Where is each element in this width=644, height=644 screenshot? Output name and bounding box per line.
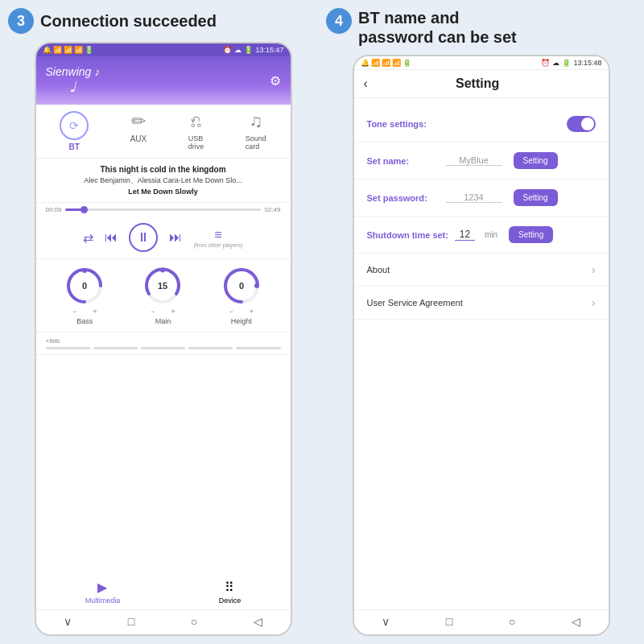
usb-icon: ⎌ [191,111,201,132]
right-phone-frame: 🔔 📶 📶 📶 🔋 ⏰ ☁ 🔋 13:15:48 ‹ Setting [353,55,610,636]
eq-height-label: Height [231,317,252,325]
toggle-thumb [581,118,594,130]
vol-db-label: +8db [46,337,281,345]
svg-text:0: 0 [239,281,244,291]
next-button[interactable]: ⏭ [169,230,182,245]
setting-row-user-service[interactable]: User Service Agreement › [354,287,609,320]
user-service-label: User Service Agreement [367,298,463,308]
eq-section: 0 − + Bass [36,259,291,332]
about-label: About [367,265,390,275]
setting-content: Tone settings: Set name: Setting Set pas… [354,98,609,609]
name-label: Set name: [367,156,440,166]
right-step-title: BT name andpassword can be set [358,8,517,47]
from-other-label: (from other players) [193,242,242,248]
shutdown-setting-button[interactable]: Setting [509,226,553,243]
right-panel: 4 BT name andpassword can be set 🔔 📶 📶 📶… [326,8,636,636]
left-panel: 3 Connection succeeded 🔔 📶 📶 📶 🔋 ⏰ ☁ 🔋 [8,8,318,636]
password-setting-button[interactable]: Setting [514,189,558,206]
bass-plus[interactable]: + [93,308,97,316]
shutdown-time-input[interactable] [455,229,475,241]
eq-height-knob[interactable]: 0 [221,266,262,306]
tab-soundcard[interactable]: ♫ Soundcard [246,111,266,151]
tab-aux-label: AUX [130,134,147,143]
user-service-arrow-icon: › [592,296,596,309]
play-pause-button[interactable]: ⏸ [129,223,158,252]
password-input[interactable] [446,192,502,203]
progress-bar[interactable] [65,208,262,211]
shuffle-button[interactable]: ⇄ [83,230,93,246]
vol-slider-4[interactable] [188,347,233,349]
nav-circle-left[interactable]: ○ [191,615,197,628]
device-icon: ⠿ [225,580,234,595]
name-setting-button[interactable]: Setting [514,152,558,169]
setting-row-name: Set name: Setting [354,142,609,180]
setting-row-about[interactable]: About › [354,254,609,287]
svg-point-4 [160,268,165,273]
connection-tabs: ⟳ BT ✏ AUX ⎌ USBdrive ♫ Soundcard [36,105,291,159]
progress-bar-container: 00:09 02:49 [46,206,281,213]
nav-recent-right[interactable]: ◁ [572,615,580,628]
song-artist: Alec Benjamin、Alessia Cara-Let Me Down S… [46,175,281,186]
vol-slider-2[interactable] [93,347,138,349]
eq-main-container: 15 − + Main [142,266,183,325]
prev-button[interactable]: ⏮ [105,230,118,245]
tone-toggle[interactable] [567,116,596,132]
progress-area: 00:09 02:49 [36,203,291,217]
eq-main-label: Main [155,317,171,325]
tab-usb[interactable]: ⎌ USBdrive [188,111,204,151]
nav-device[interactable]: ⠿ Device [219,580,242,605]
nav-back-left[interactable]: ∨ [64,615,72,628]
setting-row-shutdown: Shutdown time set: min Setting [354,217,609,254]
left-step-title: Connection succeeded [40,12,217,31]
bass-minus[interactable]: − [72,308,76,316]
height-minus[interactable]: − [229,308,233,316]
nav-multimedia[interactable]: ▶ Multimedia [85,580,121,605]
step-4-circle: 4 [326,8,352,34]
height-plus[interactable]: + [250,308,254,316]
nav-back-right[interactable]: ∨ [382,615,390,628]
nav-recent-left[interactable]: ◁ [254,615,262,628]
main-plus[interactable]: + [171,308,175,316]
eq-bass-knob[interactable]: 0 [64,266,105,306]
setting-page-title: Setting [376,76,580,91]
vol-section: +8db [36,332,291,355]
vol-slider-1[interactable] [46,347,90,349]
right-step-header: 4 BT name andpassword can be set [326,8,636,47]
progress-fill [65,208,85,211]
song-info: This night is cold in the kingdom Alec B… [36,159,291,203]
right-phone-nav-bar: ∨ □ ○ ◁ [354,609,609,634]
bt-circle-icon: ⟳ [60,111,89,140]
time-current: 00:09 [46,206,62,213]
time-total: 02:49 [264,206,280,213]
settings-gear-icon[interactable]: ⚙ [270,73,281,89]
left-phone-nav-bar: ∨ □ ○ ◁ [36,609,291,634]
nav-square-right[interactable]: □ [446,615,452,628]
eq-main-knob[interactable]: 15 [142,266,183,306]
svg-text:15: 15 [158,281,167,291]
playback-controls: ⇄ ⏮ ⏸ ⏭ ≡ (from other players) [36,217,291,259]
eq-bass-label: Bass [76,317,93,325]
nav-home-left[interactable]: □ [128,615,134,628]
back-button[interactable]: ‹ [364,76,368,91]
left-phone-frame: 🔔 📶 📶 📶 🔋 ⏰ ☁ 🔋 13:15:47 Sienwing ♪ [35,42,292,636]
playlist-button[interactable]: ≡ [214,228,221,242]
step-3-circle: 3 [8,8,34,34]
right-status-right: ⏰ ☁ 🔋 13:15:48 [541,59,601,67]
left-status-bar: 🔔 📶 📶 📶 🔋 ⏰ ☁ 🔋 13:15:47 [36,43,291,56]
song-title: This night is cold in the kingdom [46,165,281,174]
tab-usb-label: USBdrive [188,134,204,151]
nav-circle-right[interactable]: ○ [509,615,515,628]
tab-aux[interactable]: ✏ AUX [130,111,147,151]
about-arrow-icon: › [592,263,596,276]
main-minus[interactable]: − [151,308,155,316]
eq-bass-container: 0 − + Bass [64,266,105,325]
status-bar-right-info: ⏰ ☁ 🔋 13:15:47 [223,46,283,54]
name-input[interactable] [446,155,502,166]
progress-thumb [80,206,88,213]
vol-slider-3[interactable] [141,347,185,349]
song-name: Let Me Down Slowly [46,188,281,196]
vol-slider-5[interactable] [236,347,280,349]
right-status-bar: 🔔 📶 📶 📶 🔋 ⏰ ☁ 🔋 13:15:48 [354,56,609,70]
tab-bt[interactable]: ⟳ BT [60,111,89,151]
aux-icon: ✏ [131,111,146,132]
